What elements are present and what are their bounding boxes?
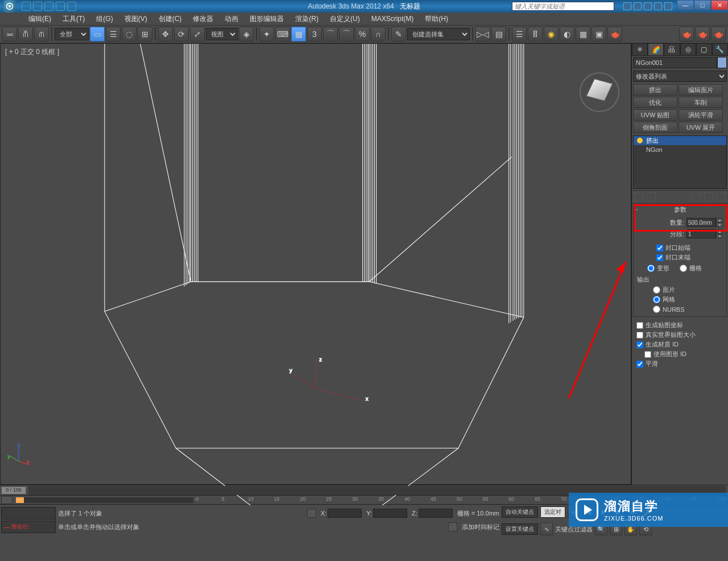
useshape-check[interactable] — [644, 351, 651, 358]
mod-btn-uvwmap[interactable]: UVW 贴图 — [633, 109, 677, 121]
select-icon[interactable]: ▭ — [90, 27, 105, 42]
lock-icon[interactable] — [307, 509, 316, 518]
layers-icon[interactable]: ☰ — [512, 27, 527, 42]
selection-filter[interactable]: 全部 — [55, 28, 89, 40]
menu-tools[interactable]: 工具(T) — [57, 13, 90, 26]
select-name-icon[interactable]: ☰ — [106, 27, 121, 42]
object-color-swatch[interactable] — [717, 57, 727, 68]
configure-icon[interactable] — [717, 192, 726, 201]
save-icon[interactable] — [44, 2, 53, 11]
output-patch-radio[interactable] — [653, 286, 660, 294]
spinner-snap-icon[interactable]: ⌒ — [339, 27, 354, 42]
tab-display[interactable]: ▢ — [696, 43, 712, 56]
minimize-button[interactable]: — — [677, 0, 694, 10]
menu-maxscript[interactable]: MAXScript(M) — [366, 13, 420, 24]
maximize-button[interactable]: □ — [694, 0, 711, 10]
teapot3-icon[interactable]: 🫖 — [711, 27, 726, 42]
search-icon[interactable] — [623, 2, 631, 10]
exchange-icon[interactable] — [644, 2, 652, 10]
render-setup-icon[interactable]: ▦ — [576, 27, 590, 42]
autokey-button[interactable]: 自动关键点 — [502, 506, 538, 518]
viewcube[interactable] — [580, 72, 619, 112]
menu-modifiers[interactable]: 修改器 — [187, 13, 219, 26]
tab-modify[interactable]: 🌈 — [648, 43, 664, 56]
tab-utilities[interactable]: 🔧 — [712, 43, 728, 56]
menu-rendering[interactable]: 渲染(R) — [289, 13, 324, 26]
subscription-icon[interactable] — [634, 2, 642, 10]
seg-down[interactable]: ▾ — [716, 234, 723, 238]
genmap-check[interactable] — [636, 322, 643, 329]
selset-display[interactable]: 选定对 — [540, 506, 565, 518]
menu-views[interactable]: 视图(V) — [119, 13, 153, 26]
viewport[interactable]: [ + 0 正交 0 线框 ] — [0, 43, 631, 485]
ref-coord[interactable]: 视图 — [206, 28, 238, 40]
help-icon[interactable] — [664, 2, 672, 10]
teapot1-icon[interactable]: 🫖 — [679, 27, 694, 42]
pin-stack-icon[interactable] — [634, 192, 643, 201]
select-region-icon[interactable]: ◌ — [122, 27, 136, 42]
favorite-icon[interactable] — [654, 2, 662, 10]
amount-down[interactable]: ▾ — [716, 222, 723, 227]
menu-create[interactable]: 创建(C) — [153, 13, 188, 26]
smooth-check[interactable] — [636, 361, 643, 368]
tab-motion[interactable]: ◎ — [680, 43, 696, 56]
amount-up[interactable]: ▴ — [716, 218, 723, 222]
mod-btn-bevel[interactable]: 倒角剖面 — [633, 122, 677, 133]
teapot2-icon[interactable]: 🫖 — [695, 27, 710, 42]
stack-item-extrude[interactable]: 挤出 — [634, 136, 726, 145]
output-nurbs-radio[interactable] — [653, 306, 660, 313]
tab-hierarchy[interactable]: 品 — [664, 43, 680, 56]
object-name-input[interactable] — [633, 57, 717, 68]
make-unique-icon[interactable] — [692, 192, 701, 201]
magnet-icon[interactable]: ∩ — [371, 27, 386, 42]
modifier-list[interactable]: 修改器列表 — [633, 71, 727, 82]
menu-group[interactable]: 组(G) — [90, 13, 118, 26]
mod-btn-turbosmooth[interactable]: 涡轮平滑 — [679, 109, 723, 121]
mod-btn-editpatch[interactable]: 编辑面片 — [679, 84, 723, 96]
align-icon[interactable]: ▤ — [491, 27, 506, 42]
pivot-icon[interactable]: ◈ — [239, 27, 254, 42]
rotate-icon[interactable]: ⟳ — [174, 27, 189, 42]
mod-btn-uvwunwrap[interactable]: UVW 展开 — [679, 122, 723, 133]
new-icon[interactable] — [22, 2, 31, 11]
coord-x[interactable] — [328, 509, 362, 518]
manipulate-icon[interactable]: ✦ — [259, 27, 274, 42]
modifier-stack[interactable]: 挤出 NGon — [633, 135, 727, 189]
output-mesh-radio[interactable] — [653, 296, 660, 303]
setkey-button[interactable]: 设置关键点 — [502, 523, 538, 535]
keyboard-icon[interactable]: ⌨ — [275, 27, 290, 42]
link-icon[interactable]: ⫘ — [2, 27, 17, 42]
remove-mod-icon[interactable] — [704, 192, 713, 201]
render-frame-icon[interactable]: ▣ — [592, 27, 606, 42]
close-button[interactable]: ✕ — [711, 0, 728, 10]
undo-icon[interactable] — [56, 2, 65, 11]
curve-editor-icon[interactable]: 〿 — [528, 27, 543, 42]
scale-icon[interactable]: ⤢ — [190, 27, 205, 42]
coord-z[interactable] — [419, 509, 453, 518]
menu-help[interactable]: 帮助(H) — [419, 13, 454, 26]
menu-edit[interactable]: 编辑(E) — [23, 13, 57, 26]
schematic-icon[interactable]: ◉ — [544, 27, 559, 42]
mod-btn-optimize[interactable]: 优化 — [633, 97, 677, 108]
coord-y[interactable] — [373, 509, 407, 518]
unlink-icon[interactable]: ⫚ — [18, 27, 33, 42]
menu-customize[interactable]: 自定义(U) — [324, 13, 366, 26]
percent-icon[interactable]: % — [355, 27, 370, 42]
genmat-check[interactable] — [636, 341, 643, 348]
angle-snap-icon[interactable]: 3 — [307, 27, 322, 42]
bind-icon[interactable]: ⫙ — [34, 27, 49, 42]
named-sel-set[interactable]: 创建选择集 — [407, 28, 470, 40]
stack-item-ngon[interactable]: NGon — [634, 145, 726, 154]
seg-up[interactable]: ▴ — [716, 229, 723, 234]
open-icon[interactable] — [33, 2, 42, 11]
percent-snap-icon[interactable]: ⌒ — [323, 27, 338, 42]
search-input[interactable] — [512, 2, 614, 11]
realworld-check[interactable] — [636, 332, 643, 339]
material-icon[interactable]: ◐ — [560, 27, 574, 42]
morph-radio[interactable] — [647, 265, 655, 272]
script-mini[interactable] — [1, 507, 56, 519]
keyfilter-icon[interactable]: ∿ — [540, 523, 553, 535]
menu-grapheditors[interactable]: 图形编辑器 — [244, 13, 289, 26]
cap-end-check[interactable] — [656, 254, 663, 261]
tab-create[interactable]: ✳ — [632, 43, 648, 56]
